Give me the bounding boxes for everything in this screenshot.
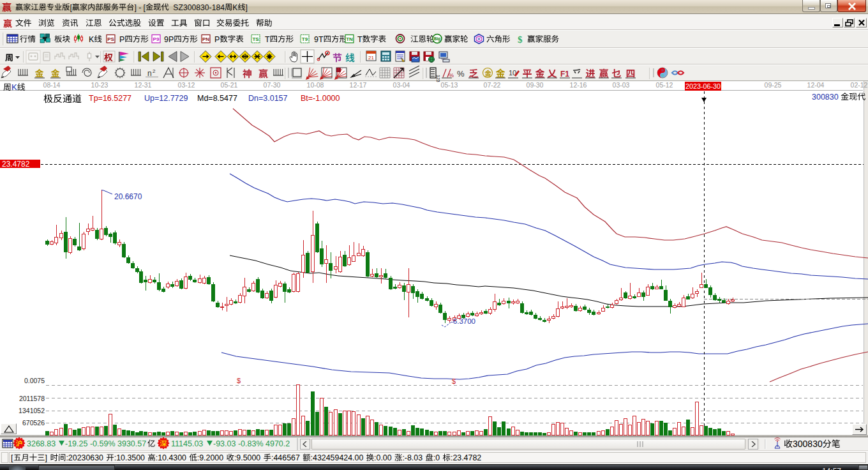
svg-text:Bt=-1.0000: Bt=-1.0000 <box>301 94 340 103</box>
svg-text:T9: T9 <box>302 36 308 42</box>
svg-text:PN: PN <box>202 36 209 42</box>
svg-text:n: n <box>147 69 152 78</box>
svg-text:432459424.00: 432459424.00 <box>313 453 363 462</box>
svg-text:$: $ <box>518 34 523 45</box>
svg-text:TN: TN <box>346 36 353 42</box>
svg-text:670526: 670526 <box>22 419 45 427</box>
svg-text:$: $ <box>237 377 241 384</box>
svg-text:05-12: 05-12 <box>656 81 673 89</box>
svg-text:12-04: 12-04 <box>807 81 825 89</box>
svg-text:F1: F1 <box>560 70 569 79</box>
svg-text:10-08: 10-08 <box>307 81 324 89</box>
svg-text:Dn=3.0157: Dn=3.0157 <box>248 94 288 103</box>
svg-text:2011578: 2011578 <box>19 395 45 402</box>
svg-text:07-30: 07-30 <box>264 81 281 89</box>
svg-text:T: T <box>265 35 270 44</box>
svg-text:03-03: 03-03 <box>613 81 630 89</box>
svg-text:Tp=16.5277: Tp=16.5277 <box>89 94 131 103</box>
svg-text:]: ] <box>45 453 50 462</box>
svg-text:9P: 9P <box>164 35 174 44</box>
svg-text:12-31: 12-31 <box>135 81 152 89</box>
svg-text:02-12: 02-12 <box>851 81 868 89</box>
svg-text:Up=12.7729: Up=12.7729 <box>144 94 188 103</box>
svg-text:10.3500: 10.3500 <box>116 453 145 462</box>
svg-text:9T: 9T <box>314 35 324 44</box>
svg-text:2023-06-30: 2023-06-30 <box>685 82 721 90</box>
svg-text:07-22: 07-22 <box>484 81 501 89</box>
svg-text:PS: PS <box>107 36 114 42</box>
svg-text:20230630: 20230630 <box>68 453 103 462</box>
svg-text:-19.25 -0.59% 3930.57: -19.25 -0.59% 3930.57 <box>65 439 146 448</box>
svg-text:21: 21 <box>368 55 374 61</box>
svg-text:K: K <box>232 3 237 12</box>
svg-text:T: T <box>357 35 363 44</box>
svg-text:Big: Big <box>434 36 441 42</box>
svg-text:Md=8.5477: Md=8.5477 <box>197 94 237 103</box>
svg-text:05-13: 05-13 <box>441 81 458 89</box>
svg-text:2: 2 <box>153 68 156 74</box>
svg-text:P9: P9 <box>153 36 160 42</box>
svg-text:%: % <box>457 69 465 79</box>
svg-text:9.2000: 9.2000 <box>199 453 223 462</box>
svg-text:12-17: 12-17 <box>350 81 367 89</box>
svg-text:$: $ <box>452 377 456 385</box>
svg-text:10.4300: 10.4300 <box>158 453 186 462</box>
svg-text:SZ300830-184: SZ300830-184 <box>169 3 225 12</box>
svg-text:09-30: 09-30 <box>527 81 544 89</box>
svg-text:1341052: 1341052 <box>19 407 45 414</box>
svg-text:446567: 446567 <box>273 453 299 462</box>
svg-text:08-14: 08-14 <box>43 81 61 89</box>
svg-text:05-21: 05-21 <box>221 81 238 89</box>
svg-text:23.4782: 23.4782 <box>453 453 481 462</box>
svg-text:0.00: 0.00 <box>377 453 392 462</box>
svg-text:3268.83: 3268.83 <box>27 439 56 448</box>
svg-text:03-04: 03-04 <box>393 81 410 89</box>
svg-text:-8.03: -8.03 <box>405 453 423 462</box>
svg-text:]: ] <box>246 3 248 12</box>
svg-text:P: P <box>119 35 124 44</box>
svg-text:123: 123 <box>436 75 440 82</box>
svg-text:0.0075: 0.0075 <box>24 377 45 384</box>
svg-text:K: K <box>89 35 94 44</box>
svg-text:03-12: 03-12 <box>178 81 195 89</box>
svg-text:9.5000: 9.5000 <box>236 453 260 462</box>
svg-text:10-23: 10-23 <box>91 81 108 89</box>
svg-text:300830: 300830 <box>812 93 841 102</box>
svg-text:[: [ <box>11 453 13 462</box>
svg-text:P: P <box>214 35 220 44</box>
svg-text:0: 0 <box>435 453 440 462</box>
svg-text:12-16: 12-16 <box>570 81 587 89</box>
svg-text:-93.03 -0.83% 4970.2: -93.03 -0.83% 4970.2 <box>213 439 290 448</box>
svg-text:] - [: ] - [ <box>134 3 146 12</box>
svg-text:11145.03: 11145.03 <box>171 439 203 448</box>
svg-text:K: K <box>11 82 17 92</box>
svg-text:-6.3700: -6.3700 <box>451 317 475 325</box>
svg-text:TS: TS <box>252 36 259 42</box>
svg-text:20.6670: 20.6670 <box>114 192 142 201</box>
svg-text:[: [ <box>70 3 72 12</box>
svg-text:23.4782: 23.4782 <box>2 160 30 169</box>
svg-text:300830: 300830 <box>793 439 823 449</box>
svg-text:09-25: 09-25 <box>765 81 782 89</box>
